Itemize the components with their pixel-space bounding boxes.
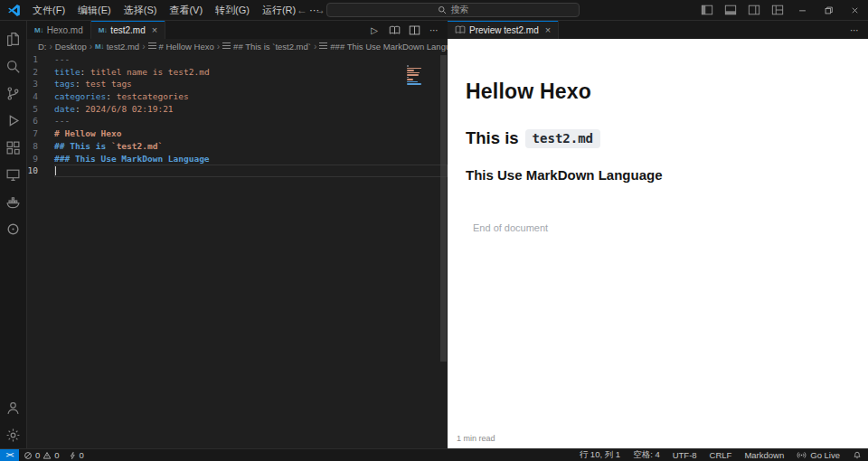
editor-tabs: M↓Hexo.mdM↓test2.md×: [27, 21, 165, 39]
minimap-line: [407, 72, 420, 74]
eol-setting[interactable]: CRLF: [703, 449, 739, 461]
title-bar: 文件(F)编辑(E)选择(S)查看(V)转到(G)运行(R) ⋯ ← → 搜索: [0, 0, 868, 21]
toggle-panel-icon[interactable]: [719, 0, 742, 20]
tab-Hexo.md[interactable]: M↓Hexo.md: [27, 21, 91, 39]
code-line[interactable]: 4categories: testcategories: [27, 90, 448, 103]
close-window-button[interactable]: [842, 0, 868, 20]
line-number: 7: [27, 127, 54, 140]
breadcrumb-item[interactable]: D:: [38, 42, 47, 52]
notifications-bell-icon[interactable]: [846, 449, 868, 461]
minimize-button[interactable]: [789, 0, 816, 20]
code-lines: 1---2title: titlel name is test2.md3tags…: [27, 53, 448, 177]
close-icon[interactable]: ×: [152, 24, 157, 35]
explorer-icon[interactable]: [0, 25, 27, 52]
text-cursor: [55, 166, 56, 175]
open-preview-icon[interactable]: [386, 22, 402, 38]
breadcrumb-label: Desktop: [55, 42, 87, 52]
code-line[interactable]: 5date: 2024/6/8 02:19:21: [27, 103, 448, 116]
encoding-setting[interactable]: UTF-8: [666, 449, 703, 461]
menu-item[interactable]: 选择(S): [118, 0, 164, 20]
tab-test2.md[interactable]: M↓test2.md×: [91, 21, 165, 39]
breadcrumb-item[interactable]: ## This is `test2.md`: [222, 42, 311, 52]
live-server-icon[interactable]: [0, 215, 27, 242]
token: # Hellow Hexo: [54, 128, 121, 138]
run-icon[interactable]: ▷: [366, 22, 382, 38]
scrollbar-thumb[interactable]: [440, 55, 447, 362]
activity-bar: [0, 21, 27, 448]
breadcrumb-item[interactable]: # Hellow Hexo: [148, 42, 214, 52]
breadcrumb-item[interactable]: ### This Use MarkDown Language: [319, 42, 448, 52]
toggle-sidebar-icon[interactable]: [695, 0, 719, 20]
breadcrumb-label: ### This Use MarkDown Language: [330, 42, 448, 52]
problems-indicator[interactable]: 0 0: [19, 449, 64, 461]
menu-item[interactable]: 运行(R): [256, 0, 302, 20]
code-line[interactable]: 8## This is `test2.md`: [27, 140, 448, 153]
code-line[interactable]: 1---: [27, 53, 448, 66]
code-text: [54, 165, 448, 177]
code-text: tags: test tags: [54, 78, 448, 90]
command-center-search[interactable]: 搜索: [326, 3, 580, 17]
cursor-position[interactable]: 行 10, 列 1: [573, 449, 627, 461]
customize-layout-icon[interactable]: [766, 0, 789, 20]
more-actions-icon[interactable]: ⋯: [426, 22, 442, 38]
symbol-icon: [148, 42, 156, 50]
go-live-button[interactable]: Go Live: [790, 449, 846, 461]
ports-count: 0: [80, 450, 84, 460]
nav-back-icon[interactable]: ←: [297, 4, 307, 16]
indentation-setting[interactable]: 空格: 4: [627, 449, 666, 461]
token: tags: [54, 79, 75, 89]
remote-explorer-icon[interactable]: [0, 161, 27, 188]
more-actions-icon[interactable]: ⋯: [846, 22, 863, 38]
close-icon[interactable]: ×: [545, 24, 551, 35]
menu-item[interactable]: 转到(G): [209, 0, 256, 20]
code-text: ---: [54, 115, 448, 127]
breadcrumb-item[interactable]: M↓test2.md: [95, 42, 139, 52]
run-debug-icon[interactable]: [0, 107, 27, 134]
menu-item[interactable]: 编辑(E): [71, 0, 118, 20]
code-text: ## This is `test2.md`: [54, 140, 448, 153]
token: ## This is: [54, 141, 111, 151]
docker-icon[interactable]: [0, 188, 27, 215]
search-sidebar-icon[interactable]: [0, 52, 27, 80]
ports-indicator[interactable]: 0: [64, 449, 89, 461]
code-editor[interactable]: 1---2title: titlel name is test2.md3tags…: [27, 53, 448, 448]
split-editor-icon[interactable]: [406, 22, 422, 38]
remote-indicator[interactable]: ><: [0, 449, 19, 461]
menu-item[interactable]: 查看(V): [163, 0, 209, 20]
code-text: # Hellow Hexo: [54, 127, 448, 140]
preview-icon: [455, 24, 466, 35]
token: ---: [54, 54, 70, 64]
restore-button[interactable]: [816, 0, 842, 20]
read-time-label: 1 min read: [457, 434, 495, 443]
menu-item[interactable]: 文件(F): [26, 0, 71, 20]
nav-forward-icon[interactable]: →: [315, 4, 326, 16]
code-line[interactable]: 9### This Use MarkDown Language: [27, 153, 448, 165]
vscode-window: 文件(F)编辑(E)选择(S)查看(V)转到(G)运行(R) ⋯ ← → 搜索: [0, 0, 868, 461]
chevron-right-icon: ›: [142, 42, 145, 52]
code-line[interactable]: 10: [27, 165, 448, 177]
status-bar-right: 行 10, 列 1 空格: 4 UTF-8 CRLF Markdown Go L…: [573, 449, 868, 461]
token: testcategories: [117, 91, 189, 101]
line-number: 2: [27, 66, 54, 79]
preview-content: Hellow Hexo This is test2.md This Use Ma…: [448, 39, 868, 233]
markdown-file-icon: M↓: [34, 26, 43, 34]
tab-preview-test2[interactable]: Preview test2.md ×: [448, 21, 559, 39]
token: :: [80, 67, 90, 77]
search-placeholder: 搜索: [451, 4, 469, 16]
code-line[interactable]: 6---: [27, 115, 448, 127]
code-line[interactable]: 2title: titlel name is test2.md: [27, 66, 448, 79]
code-line[interactable]: 7# Hellow Hexo: [27, 127, 448, 140]
symbol-icon: [319, 42, 327, 50]
settings-gear-icon[interactable]: [0, 421, 27, 448]
minimap[interactable]: [407, 65, 422, 87]
source-control-icon[interactable]: [0, 80, 27, 107]
language-mode[interactable]: Markdown: [738, 449, 790, 461]
toggle-secondary-sidebar-icon[interactable]: [742, 0, 766, 20]
editor-scrollbar[interactable]: [440, 55, 447, 448]
extensions-icon[interactable]: [0, 134, 27, 161]
breadcrumb-label: # Hellow Hexo: [159, 42, 214, 52]
minimap-line: [407, 77, 409, 79]
breadcrumb-item[interactable]: Desktop: [55, 42, 87, 52]
code-line[interactable]: 3tags: test tags: [27, 78, 448, 90]
account-icon[interactable]: [0, 394, 27, 421]
